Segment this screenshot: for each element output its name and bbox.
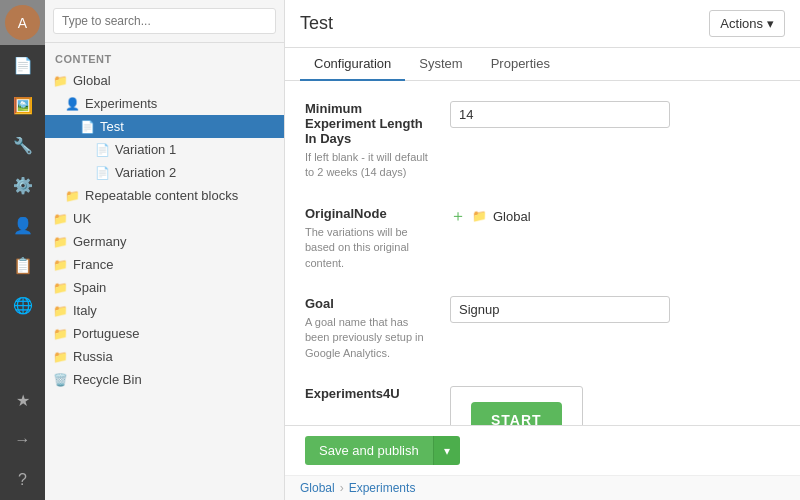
sidebar: CONTENT 📁 Global 👤 Experiments 📄 Test 📄 …: [45, 0, 285, 500]
sidebar-item-label: Portuguese: [73, 326, 140, 341]
nav-icon-page[interactable]: 📄: [0, 45, 45, 85]
sidebar-item-global[interactable]: 📁 Global: [45, 69, 284, 92]
folder-icon: 📁: [53, 281, 68, 295]
icon-bar: A 📄 🖼️ 🔧 ⚙️ 👤 📋 🌐 ★ → ?: [0, 0, 45, 500]
field-label-col: Goal A goal name that has been previousl…: [305, 296, 450, 361]
sidebar-item-test[interactable]: 📄 Test: [45, 115, 284, 138]
add-node-icon[interactable]: ＋: [450, 206, 466, 227]
save-publish-dropdown-button[interactable]: ▾: [433, 436, 460, 465]
person-icon: 👤: [65, 97, 80, 111]
field-label-col: Minimum Experiment Length In Days If lef…: [305, 101, 450, 181]
nav-icon-gear[interactable]: ⚙️: [0, 165, 45, 205]
sidebar-tree: 📁 Global 👤 Experiments 📄 Test 📄 Variatio…: [45, 69, 284, 500]
node-folder-icon: 📁: [472, 209, 487, 223]
nav-icon-list[interactable]: 📋: [0, 245, 45, 285]
sidebar-item-label: Germany: [73, 234, 126, 249]
sidebar-item-spain[interactable]: 📁 Spain: [45, 276, 284, 299]
avatar[interactable]: A: [0, 0, 45, 45]
nav-icon-star[interactable]: ★: [0, 380, 45, 420]
sidebar-item-experiments[interactable]: 👤 Experiments: [45, 92, 284, 115]
field-label-min-experiment: Minimum Experiment Length In Days: [305, 101, 435, 146]
breadcrumb: Global › Experiments: [285, 475, 800, 500]
tabs-bar: Configuration System Properties: [285, 48, 800, 81]
folder-icon: 📁: [53, 258, 68, 272]
sidebar-item-portuguese[interactable]: 📁 Portuguese: [45, 322, 284, 345]
sidebar-item-label: Variation 1: [115, 142, 176, 157]
field-control-original-node: ＋ 📁 Global: [450, 206, 780, 227]
field-label-original-node: OriginalNode: [305, 206, 435, 221]
sidebar-item-germany[interactable]: 📁 Germany: [45, 230, 284, 253]
field-hint-original-node: The variations will be based on this ori…: [305, 225, 435, 271]
sidebar-item-label: Repeatable content blocks: [85, 188, 238, 203]
actions-button[interactable]: Actions ▾: [709, 10, 785, 37]
content-area: Minimum Experiment Length In Days If lef…: [285, 81, 800, 425]
field-label-goal: Goal: [305, 296, 435, 311]
field-group-original-node: OriginalNode The variations will be base…: [305, 206, 780, 271]
page-icon: 📄: [95, 166, 110, 180]
sidebar-item-label: Spain: [73, 280, 106, 295]
breadcrumb-separator: ›: [340, 481, 344, 495]
tab-properties[interactable]: Properties: [477, 48, 564, 81]
avatar-circle: A: [5, 5, 40, 40]
sidebar-item-repeatable[interactable]: 📁 Repeatable content blocks: [45, 184, 284, 207]
field-label-experiments4u: Experiments4U: [305, 386, 435, 401]
nav-icon-person[interactable]: 👤: [0, 205, 45, 245]
folder-icon: 📁: [53, 212, 68, 226]
field-hint-goal: A goal name that has been previously set…: [305, 315, 435, 361]
sidebar-item-italy[interactable]: 📁 Italy: [45, 299, 284, 322]
sidebar-item-label: Global: [73, 73, 111, 88]
page-icon: 📄: [95, 143, 110, 157]
sidebar-item-variation1[interactable]: 📄 Variation 1: [45, 138, 284, 161]
sidebar-item-uk[interactable]: 📁 UK: [45, 207, 284, 230]
sidebar-item-label: Italy: [73, 303, 97, 318]
nav-icon-question[interactable]: ?: [0, 460, 45, 500]
sidebar-item-variation2[interactable]: 📄 Variation 2: [45, 161, 284, 184]
sidebar-item-france[interactable]: 📁 France: [45, 253, 284, 276]
sidebar-item-russia[interactable]: 📁 Russia: [45, 345, 284, 368]
nav-icon-image[interactable]: 🖼️: [0, 85, 45, 125]
nav-icon-arrow[interactable]: →: [0, 420, 45, 460]
tab-system[interactable]: System: [405, 48, 476, 81]
page-title: Test: [300, 13, 333, 34]
field-control-min-experiment: [450, 101, 780, 128]
folder-icon: 📁: [53, 327, 68, 341]
folder-icon: 📁: [53, 235, 68, 249]
sidebar-item-label: Variation 2: [115, 165, 176, 180]
start-button[interactable]: START: [471, 402, 562, 425]
start-box: START: [450, 386, 583, 425]
main-panel: Test Actions ▾ Configuration System Prop…: [285, 0, 800, 500]
breadcrumb-experiments[interactable]: Experiments: [349, 481, 416, 495]
footer: Save and publish ▾: [285, 425, 800, 475]
actions-label: Actions: [720, 16, 763, 31]
sidebar-item-label: France: [73, 257, 113, 272]
goal-input[interactable]: [450, 296, 670, 323]
tab-configuration[interactable]: Configuration: [300, 48, 405, 81]
nav-icon-wrench[interactable]: 🔧: [0, 125, 45, 165]
field-group-min-experiment-length: Minimum Experiment Length In Days If lef…: [305, 101, 780, 181]
page-icon: 📄: [80, 120, 95, 134]
sidebar-item-recycle-bin[interactable]: 🗑️ Recycle Bin: [45, 368, 284, 391]
folder-icon: 📁: [53, 304, 68, 318]
sidebar-item-label: Recycle Bin: [73, 372, 142, 387]
sidebar-item-label: UK: [73, 211, 91, 226]
field-label-col: Experiments4U: [305, 386, 450, 405]
field-control-experiments4u: START + Add another variation: [450, 386, 780, 425]
folder-icon: 📁: [53, 74, 68, 88]
nav-icon-globe[interactable]: 🌐: [0, 285, 45, 325]
search-input[interactable]: [53, 8, 276, 34]
content-section-label: CONTENT: [45, 43, 284, 69]
sidebar-item-label: Russia: [73, 349, 113, 364]
min-experiment-input[interactable]: [450, 101, 670, 128]
save-publish-button[interactable]: Save and publish: [305, 436, 433, 465]
field-group-experiments4u: Experiments4U START + Add another variat…: [305, 386, 780, 425]
field-group-goal: Goal A goal name that has been previousl…: [305, 296, 780, 361]
original-node-display: ＋ 📁 Global: [450, 206, 780, 227]
field-label-col: OriginalNode The variations will be base…: [305, 206, 450, 271]
main-header: Test Actions ▾: [285, 0, 800, 48]
breadcrumb-global[interactable]: Global: [300, 481, 335, 495]
field-hint-min-experiment: If left blank - it will default to 2 wee…: [305, 150, 435, 181]
original-node-value: Global: [493, 209, 531, 224]
save-publish-group: Save and publish ▾: [305, 436, 460, 465]
sidebar-item-label: Experiments: [85, 96, 157, 111]
recycle-bin-icon: 🗑️: [53, 373, 68, 387]
